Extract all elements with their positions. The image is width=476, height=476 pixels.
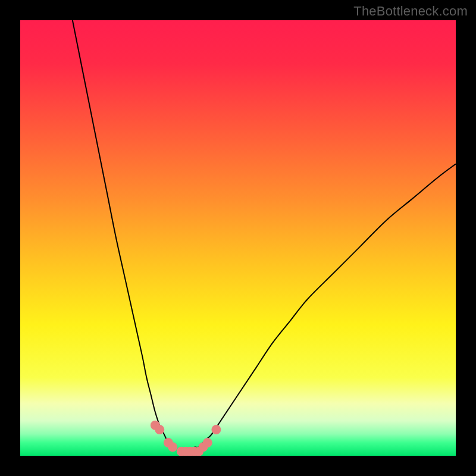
threshold-dot	[155, 425, 164, 434]
bottleneck-chart	[20, 20, 456, 456]
threshold-dot	[168, 442, 177, 452]
threshold-dot	[203, 438, 212, 447]
threshold-dot	[211, 425, 221, 434]
chart-frame: TheBottleneck.com	[0, 0, 476, 476]
watermark-text: TheBottleneck.com	[353, 4, 468, 19]
